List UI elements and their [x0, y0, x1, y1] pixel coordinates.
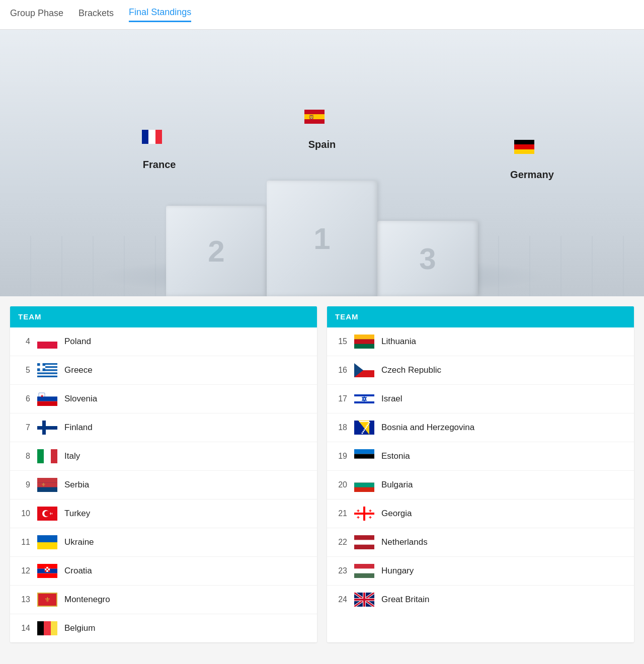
flag-cell [354, 335, 374, 349]
svg-rect-49 [37, 535, 57, 542]
svg-rect-26 [37, 366, 45, 368]
table-row: 23Hungary [327, 557, 634, 586]
team-name: Croatia [64, 566, 92, 576]
table-row: 12Croatia [10, 557, 317, 586]
rank-number: 12 [18, 566, 30, 575]
tables-section: TEAM 4Poland5Greece6★Slovenia7Finland8It… [0, 296, 644, 652]
svg-rect-34 [42, 421, 46, 435]
team-name: Estonia [381, 451, 410, 461]
left-table-header: TEAM [10, 306, 317, 327]
svg-rect-72 [354, 335, 374, 339]
svg-point-91 [362, 433, 363, 434]
tab-group-phase[interactable]: Group Phase [10, 8, 63, 22]
flag-cell [354, 478, 374, 492]
svg-text:✚: ✚ [369, 509, 372, 513]
flag-cell [37, 421, 57, 435]
svg-text:⚜: ⚜ [44, 596, 51, 604]
rank-number: 14 [18, 624, 30, 633]
rank-number: 22 [335, 538, 347, 547]
svg-text:✚: ✚ [357, 509, 360, 513]
svg-rect-58 [45, 568, 46, 570]
team-name: Italy [64, 451, 80, 461]
svg-point-89 [364, 430, 365, 431]
table-row: 19Estonia [327, 442, 634, 471]
team-name: Ukraine [64, 537, 94, 547]
svg-point-85 [368, 424, 369, 425]
left-standings-table: TEAM 4Poland5Greece6★Slovenia7Finland8It… [10, 306, 317, 642]
svg-text:✚: ✚ [357, 516, 360, 519]
svg-rect-107 [354, 535, 374, 540]
flag-cell [354, 564, 374, 578]
podium-block-1st: 1 [267, 181, 377, 296]
svg-rect-110 [354, 564, 374, 568]
table-row: 7Finland [10, 413, 317, 442]
rank-number: 4 [18, 337, 30, 346]
rank-number: 9 [18, 480, 30, 489]
team-name: Lithuania [381, 337, 416, 347]
svg-rect-29 [37, 401, 57, 406]
team-name: Finland [64, 423, 93, 433]
table-row: 6★Slovenia [10, 385, 317, 413]
svg-rect-77 [354, 394, 374, 396]
svg-rect-53 [37, 573, 57, 578]
svg-rect-71 [354, 339, 374, 344]
svg-rect-21 [37, 373, 57, 374]
team-name: Belgium [64, 623, 95, 633]
team-name: Hungary [381, 566, 414, 576]
table-row: 10Turkey [10, 500, 317, 528]
flag-cell [37, 621, 57, 635]
svg-rect-119 [354, 599, 374, 601]
svg-point-88 [365, 428, 366, 430]
flag-cell [354, 421, 374, 435]
team-name: Bosnia and Herzegovina [381, 423, 474, 433]
flag-cell [354, 392, 374, 406]
flag-cell [37, 564, 57, 578]
svg-rect-56 [46, 567, 48, 568]
rank-number: 7 [18, 423, 30, 432]
team-name: Serbia [64, 480, 89, 490]
svg-rect-55 [45, 567, 46, 568]
svg-rect-40 [37, 478, 57, 482]
rank-number: 10 [18, 509, 30, 518]
svg-text:⚜: ⚜ [41, 482, 46, 487]
team-name: Turkey [64, 509, 90, 519]
svg-rect-69 [37, 621, 44, 635]
svg-rect-59 [46, 568, 48, 570]
table-row: 24Great Britain [327, 586, 634, 614]
flag-cell [37, 449, 57, 463]
rank-number: 11 [18, 538, 30, 547]
table-row: 14Belgium [10, 614, 317, 642]
svg-rect-62 [46, 570, 48, 572]
team-name: Great Britain [381, 595, 429, 605]
svg-rect-57 [48, 567, 50, 568]
table-row: 15Lithuania [327, 327, 634, 356]
flag-cell [37, 335, 57, 349]
table-row: 22Netherlands [327, 528, 634, 557]
rank-number: 8 [18, 452, 30, 461]
svg-rect-63 [48, 570, 50, 572]
svg-point-90 [363, 431, 364, 433]
svg-rect-13 [37, 342, 57, 349]
svg-rect-41 [37, 487, 57, 492]
svg-text:✚: ✚ [369, 516, 372, 519]
svg-rect-76 [354, 392, 374, 406]
svg-point-86 [367, 425, 368, 427]
podium-num-1: 1 [313, 221, 330, 256]
left-table-header-label: TEAM [18, 312, 42, 321]
tab-brackets[interactable]: Brackets [78, 8, 114, 22]
tab-final-standings[interactable]: Final Standings [129, 7, 191, 22]
svg-rect-78 [354, 401, 374, 403]
team-name: Israel [381, 394, 403, 404]
rank-number: 24 [335, 595, 347, 604]
svg-rect-61 [45, 570, 46, 572]
rank-number: 16 [335, 366, 347, 375]
team-name: Slovenia [64, 394, 97, 404]
team-name: Czech Republic [381, 365, 441, 375]
rank-number: 19 [335, 452, 347, 461]
svg-rect-93 [354, 454, 374, 458]
right-standings-table: TEAM 15Lithuania16Czech Republic17Israel… [327, 306, 634, 642]
podium-num-3: 3 [419, 241, 436, 276]
flag-cell: ✚✚✚✚ [354, 507, 374, 521]
podium-block-2nd: 2 [166, 206, 267, 296]
table-row: 21✚✚✚✚Georgia [327, 500, 634, 528]
